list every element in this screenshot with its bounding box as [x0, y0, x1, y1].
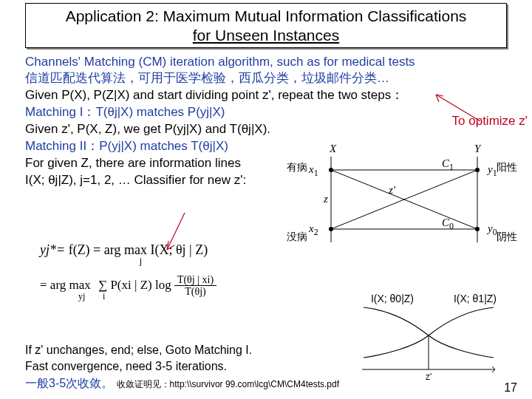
- if-end: If z' unchanges, end; else, Goto Matchin…: [25, 342, 350, 358]
- optimize-arrow-icon: [427, 89, 486, 126]
- footer-block: If z' unchanges, end; else, Goto Matchin…: [25, 342, 350, 392]
- lattice-z: z: [323, 193, 328, 205]
- label-negative: 阴性: [497, 231, 517, 244]
- lattice-y0: y0: [486, 222, 497, 237]
- lattice-diagram: X Y x1 x2 z z' C1 C0 y1 y0 有病 没病 阳性 阴性: [294, 142, 516, 260]
- info-i0: I(X; θ0|Z): [371, 293, 414, 304]
- label-positive: 阳性: [497, 161, 517, 174]
- label-have-disease: 有病: [287, 161, 307, 174]
- cn-convergence: 一般3-5次收敛。: [25, 377, 113, 389]
- title-line-1: Application 2: Maximum Mutual Informatio…: [30, 7, 502, 26]
- lattice-y1: y1: [486, 163, 497, 178]
- lattice-x1: x1: [308, 163, 318, 178]
- optimize-label: To optimize z': [452, 114, 528, 129]
- lattice-x2: x2: [308, 222, 318, 237]
- cn-description: 信道匹配迭代算法，可用于医学检验，西瓜分类，垃圾邮件分类…: [25, 70, 507, 87]
- proof-link: 收敛证明见：http:\\survivor 99.com\lcg\CM\CM4t…: [117, 379, 339, 389]
- cm-heading: Channels' Matching (CM) iteration algori…: [25, 54, 507, 71]
- info-i1: I(X; θ1|Z): [454, 293, 497, 304]
- convergence-plot: z': [355, 304, 502, 386]
- lattice-Y: Y: [474, 143, 482, 154]
- lattice-zprime: z': [388, 184, 396, 196]
- slide-title: Application 2: Maximum Mutual Informatio…: [25, 3, 507, 48]
- page-number: 17: [504, 381, 517, 395]
- formula-block: yj*= f(Z) = arg max I(X; θj | Z) j = arg…: [40, 242, 291, 324]
- lattice-X: X: [329, 143, 337, 154]
- title-line-2: for Unseen Instances: [30, 26, 502, 45]
- plot-zprime: z': [426, 372, 432, 382]
- fast-convergence: Fast convergence, need 3-5 iterations.: [25, 358, 350, 375]
